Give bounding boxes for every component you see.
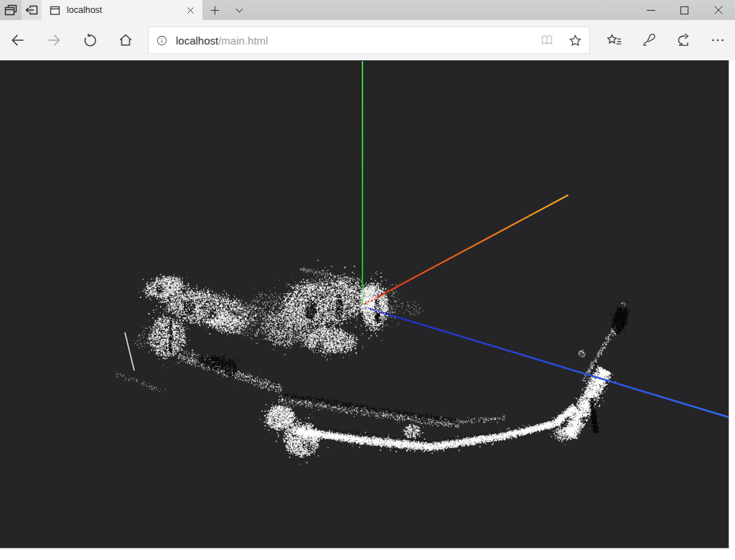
set-tabs-aside-button[interactable] bbox=[22, 0, 42, 20]
pen-icon bbox=[641, 32, 657, 48]
maximize-icon bbox=[678, 4, 690, 17]
plus-icon bbox=[209, 4, 221, 17]
url-input[interactable]: localhost/main.html bbox=[148, 27, 590, 54]
info-icon bbox=[156, 34, 168, 47]
hub-favorites-icon bbox=[607, 32, 622, 48]
reading-view-button bbox=[540, 33, 554, 47]
titlebar-drag-region bbox=[251, 0, 634, 20]
refresh-icon bbox=[83, 33, 98, 48]
tab-preview-button[interactable] bbox=[0, 0, 22, 20]
web-notes-button[interactable] bbox=[632, 24, 666, 56]
command-bar: localhost/main.html bbox=[0, 20, 735, 60]
share-icon bbox=[675, 32, 691, 48]
webgl-viewport bbox=[0, 60, 729, 549]
ellipsis-icon bbox=[710, 32, 726, 48]
refresh-button[interactable] bbox=[72, 24, 108, 56]
toolbar-right bbox=[597, 24, 735, 56]
home-button[interactable] bbox=[108, 24, 144, 56]
back-button[interactable] bbox=[0, 24, 36, 56]
tab-localhost[interactable]: localhost bbox=[42, 0, 202, 20]
home-icon bbox=[118, 32, 134, 48]
forward-icon bbox=[46, 32, 62, 48]
close-icon bbox=[712, 4, 725, 17]
url-path: /main.html bbox=[218, 34, 268, 47]
url-text: localhost/main.html bbox=[176, 34, 534, 47]
maximize-button[interactable] bbox=[668, 0, 701, 20]
url-host: localhost bbox=[176, 34, 218, 47]
tab-close-button[interactable] bbox=[183, 3, 197, 17]
tab-title: localhost bbox=[67, 5, 177, 15]
browser-window: localhost bbox=[0, 0, 735, 560]
hub-button[interactable] bbox=[597, 24, 632, 56]
star-icon bbox=[568, 34, 582, 47]
page-icon bbox=[49, 4, 61, 17]
tab-list-button[interactable] bbox=[227, 0, 251, 20]
close-icon bbox=[185, 5, 196, 16]
tab-bar: localhost bbox=[0, 0, 735, 20]
minimize-button[interactable] bbox=[634, 0, 668, 20]
point-cloud-canvas[interactable] bbox=[0, 60, 729, 548]
forward-button[interactable] bbox=[36, 24, 72, 56]
book-icon bbox=[540, 33, 554, 47]
set-tabs-aside-icon bbox=[24, 3, 39, 17]
tab-preview-icon bbox=[4, 3, 18, 17]
chevron-down-icon bbox=[234, 5, 245, 16]
window-close-button[interactable] bbox=[701, 0, 735, 20]
back-icon bbox=[10, 32, 26, 48]
add-favorite-button[interactable] bbox=[568, 34, 582, 47]
site-info-button[interactable] bbox=[156, 34, 168, 47]
share-button[interactable] bbox=[666, 24, 701, 56]
more-button[interactable] bbox=[701, 24, 735, 56]
new-tab-button[interactable] bbox=[202, 0, 227, 20]
minimize-icon bbox=[645, 4, 657, 17]
